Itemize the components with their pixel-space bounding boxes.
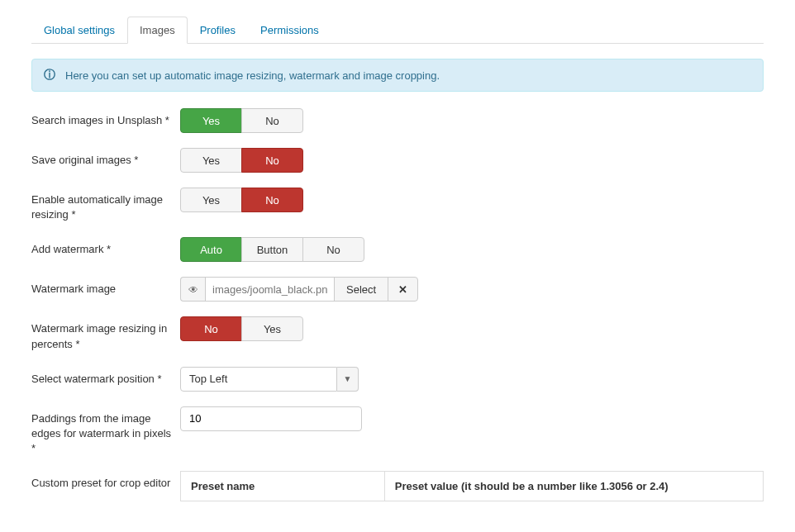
save-original-yes[interactable]: Yes xyxy=(180,148,242,173)
watermark-auto[interactable]: Auto xyxy=(180,237,242,262)
preview-icon[interactable] xyxy=(180,277,205,302)
toggle-unsplash[interactable]: Yes No xyxy=(180,108,303,133)
toggle-watermark[interactable]: Auto Button No xyxy=(180,237,364,262)
toggle-watermark-resize[interactable]: No Yes xyxy=(180,316,303,341)
info-icon: ⓘ xyxy=(44,68,55,83)
unsplash-no[interactable]: No xyxy=(241,108,303,133)
preset-col-name: Preset name xyxy=(181,472,385,501)
watermark-button[interactable]: Button xyxy=(241,237,303,262)
watermark-resize-yes[interactable]: Yes xyxy=(241,316,303,341)
watermark-resize-no[interactable]: No xyxy=(180,316,242,341)
info-alert: ⓘ Here you can set up automatic image re… xyxy=(31,59,764,92)
paddings-input[interactable] xyxy=(180,406,362,431)
unsplash-yes[interactable]: Yes xyxy=(180,108,242,133)
watermark-position-select[interactable]: Top Left ▼ xyxy=(180,367,359,392)
tabs: Global settings Images Profiles Permissi… xyxy=(31,17,764,44)
watermark-no[interactable]: No xyxy=(302,237,364,262)
tab-images[interactable]: Images xyxy=(127,17,188,44)
label-watermark: Add watermark * xyxy=(31,237,180,262)
toggle-auto-resize[interactable]: Yes No xyxy=(180,188,303,212)
preset-col-value: Preset value (it should be a number like… xyxy=(384,472,763,501)
watermark-position-value: Top Left xyxy=(180,367,337,392)
auto-resize-yes[interactable]: Yes xyxy=(180,188,242,212)
close-icon: ✕ xyxy=(398,283,407,296)
tab-global-settings[interactable]: Global settings xyxy=(31,17,127,44)
label-save-original: Save original images * xyxy=(31,148,180,173)
select-button[interactable]: Select xyxy=(334,277,388,302)
label-watermark-image: Watermark image xyxy=(31,277,180,302)
eye-icon xyxy=(188,283,198,296)
tab-profiles[interactable]: Profiles xyxy=(188,17,248,44)
tab-permissions[interactable]: Permissions xyxy=(248,17,331,44)
auto-resize-no[interactable]: No xyxy=(241,188,303,212)
watermark-image-picker: Select ✕ xyxy=(180,277,418,302)
label-paddings: Paddings from the image edges for waterm… xyxy=(31,406,180,457)
chevron-down-icon[interactable]: ▼ xyxy=(337,367,359,392)
label-unsplash: Search images in Unsplash * xyxy=(31,108,180,133)
watermark-image-input[interactable] xyxy=(205,277,335,302)
label-watermark-position: Select watermark position * xyxy=(31,367,180,392)
label-watermark-resize: Watermark image resizing in percents * xyxy=(31,316,180,351)
label-preset: Custom preset for crop editor xyxy=(31,471,180,501)
save-original-no[interactable]: No xyxy=(241,148,303,173)
info-alert-text: Here you can set up automatic image resi… xyxy=(65,69,440,82)
clear-button[interactable]: ✕ xyxy=(388,277,418,302)
toggle-save-original[interactable]: Yes No xyxy=(180,148,303,173)
label-auto-resize: Enable automatically image resizing * xyxy=(31,188,180,222)
preset-table: Preset name Preset value (it should be a… xyxy=(180,471,764,501)
